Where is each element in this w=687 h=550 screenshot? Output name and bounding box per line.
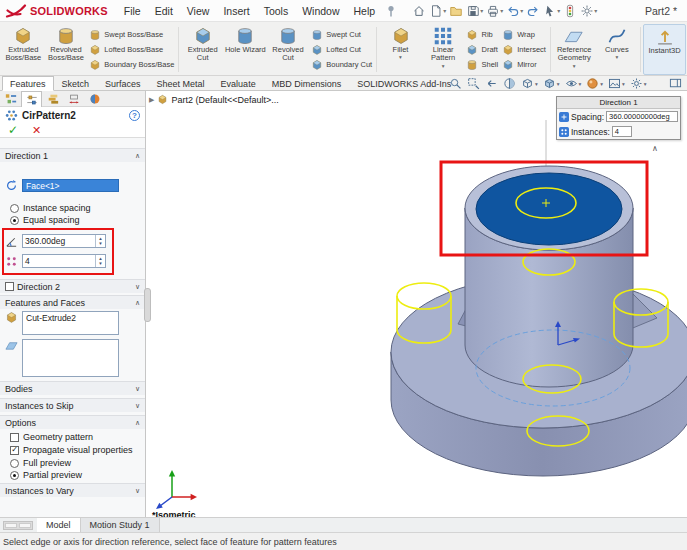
faces-list[interactable] [22,339,119,377]
rebuild-icon[interactable] [563,3,577,19]
bottom-tab-model[interactable]: Model [37,518,81,532]
view-orientation-icon[interactable]: ▾ [521,77,538,90]
display-style-icon[interactable]: ▾ [543,77,560,90]
equal-spacing-radio[interactable] [10,216,19,225]
instances-value-field[interactable]: 4 [612,126,632,137]
chevron-down-icon[interactable]: ∨ [135,487,140,495]
shell-button[interactable]: Shell [466,58,498,71]
graphics-area[interactable]: ▶ Part2 (Default<<Default>... Direction … [146,91,687,517]
wrap-button[interactable]: Wrap [502,28,546,41]
zoom-area-icon[interactable] [467,77,480,90]
cancel-button[interactable]: ✕ [32,124,41,137]
chevron-up-icon[interactable]: ∧ [135,299,140,307]
boundary-boss-button[interactable]: Boundary Boss/Base [89,58,174,71]
instance-count-spinner[interactable]: ▲▼ [95,255,105,267]
chevron-down-icon[interactable]: ∨ [135,385,140,393]
flyout-feature-tree[interactable]: ▶ Part2 (Default<<Default>... [149,94,279,105]
home-icon[interactable] [412,3,426,19]
open-icon[interactable] [449,3,463,19]
menu-help[interactable]: Help [347,5,383,17]
chevron-up-icon[interactable]: ∧ [135,419,140,427]
menu-file[interactable]: File [117,5,148,17]
part-tree-label[interactable]: Part2 (Default<<Default>... [171,95,278,105]
angle-input[interactable]: 360.00deg [23,235,95,247]
rib-button[interactable]: Rib [466,28,498,41]
instant3d-button[interactable]: Instant3D [643,24,686,75]
view-settings-icon[interactable]: ▾ [630,77,647,90]
angle-spinner[interactable]: ▲▼ [95,235,105,247]
partial-preview-option[interactable]: Partial preview [0,470,145,480]
propagate-option[interactable]: Propagate visual properties [0,445,145,455]
hole-wizard-button[interactable]: Hole Wizard [224,24,267,75]
direction2-checkbox[interactable] [5,282,14,291]
boundary-cut-button[interactable]: Boundary Cut [311,58,372,71]
ok-button[interactable]: ✓ [8,123,18,137]
dropdown-caret-icon[interactable]: ▾ [616,54,619,60]
display-pane-icon[interactable] [669,77,682,90]
chevron-up-icon[interactable]: ∧ [135,152,140,160]
tab-surfaces[interactable]: Surfaces [97,76,149,91]
menu-edit[interactable]: Edit [148,5,180,17]
features-list-item[interactable]: Cut-Extrude2 [23,312,118,324]
extruded-boss-button[interactable]: Extruded Boss/Base [2,24,45,75]
features-list[interactable]: Cut-Extrude2 [22,311,119,335]
revolved-boss-button[interactable]: Revolved Boss/Base [45,24,88,75]
lofted-cut-button[interactable]: Lofted Cut [311,43,372,56]
section-bodies[interactable]: Bodies ∨ [0,381,145,395]
section-features-faces[interactable]: Features and Faces ∧ [0,295,145,309]
menu-insert[interactable]: Insert [216,5,256,17]
section-instances-to-vary[interactable]: Instances to Vary ∨ [0,483,145,497]
apply-scene-icon[interactable]: ▾ [608,77,625,90]
hide-show-items-icon[interactable]: ▾ [565,77,582,90]
instance-spacing-radio[interactable] [10,204,19,213]
dropdown-caret-icon[interactable]: ▾ [442,63,445,69]
save-icon[interactable]: ▾ [466,3,483,19]
callout-title[interactable]: Direction 1 [557,97,680,109]
pattern-callout[interactable]: Direction 1 Spacing: 360.00000000deg Ins… [556,96,681,140]
display-manager-tab[interactable] [84,91,105,107]
help-icon[interactable]: ? [129,110,140,121]
geometry-pattern-option[interactable]: Geometry pattern [0,432,145,442]
print-icon[interactable]: ▾ [486,3,503,19]
tab-evaluate[interactable]: Evaluate [213,76,264,91]
selected-face[interactable] [476,173,622,245]
undo-icon[interactable]: ▾ [506,3,523,19]
previous-view-icon[interactable] [485,77,498,90]
instance-count-input[interactable]: 4 [23,255,95,267]
linear-pattern-button[interactable]: Linear Pattern▾ [422,24,465,75]
bottom-tab-motion-study-1[interactable]: Motion Study 1 [81,518,160,532]
partial-preview-radio[interactable] [10,471,19,480]
tab-mbd-dimensions[interactable]: MBD Dimensions [264,76,350,91]
revolved-cut-button[interactable]: Revolved Cut [267,24,310,75]
model-3d-view[interactable] [146,91,687,517]
new-icon[interactable]: ▾ [429,3,446,19]
menu-view[interactable]: View [180,5,217,17]
edit-appearance-icon[interactable]: ▾ [586,77,603,90]
section-instances-to-skip[interactable]: Instances to Skip ∨ [0,398,145,412]
swept-boss-button[interactable]: Swept Boss/Base [89,28,174,41]
swept-cut-button[interactable]: Swept Cut [311,28,372,41]
pin-icon[interactable] [384,4,398,18]
callout-collapse-chevron[interactable]: ∧ [652,144,658,153]
tab-features[interactable]: Features [2,76,54,91]
dimxpert-manager-tab[interactable] [63,91,84,107]
property-manager-tab[interactable] [21,91,42,107]
draft-button[interactable]: Draft [466,43,498,56]
menu-window[interactable]: Window [295,5,346,17]
dropdown-caret-icon[interactable]: ▾ [573,63,576,69]
reference-geometry-button[interactable]: Reference Geometry▾ [553,24,596,75]
instance-spacing-option[interactable]: Instance spacing [0,203,145,213]
dropdown-caret-icon[interactable]: ▾ [399,54,402,60]
splitter-control[interactable] [3,521,33,530]
section-direction1[interactable]: Direction 1 ∧ [0,148,145,162]
tab-solidworks-add-ins[interactable]: SOLIDWORKS Add-Ins [349,76,459,91]
geometry-pattern-checkbox[interactable] [10,433,19,442]
menu-tools[interactable]: Tools [257,5,296,17]
section-direction2[interactable]: Direction 2 ∨ [0,279,145,293]
chevron-down-icon[interactable]: ∨ [135,402,140,410]
equal-spacing-option[interactable]: Equal spacing [0,215,145,225]
lofted-boss-button[interactable]: Lofted Boss/Base [89,43,174,56]
propagate-checkbox[interactable] [10,446,19,455]
expand-arrow-icon[interactable]: ▶ [149,96,154,104]
tab-sheet-metal[interactable]: Sheet Metal [149,76,213,91]
